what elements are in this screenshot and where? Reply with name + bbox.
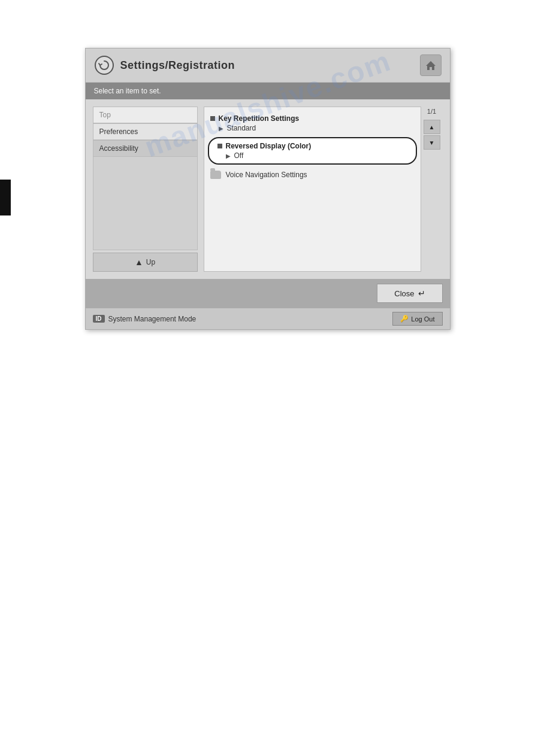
folder-icon (210, 171, 221, 179)
key-repetition-group: Key Repetition Settings ▶ Standard (204, 112, 421, 135)
page-tab (0, 180, 11, 215)
bullet-key-repetition (210, 116, 215, 121)
home-icon (425, 59, 437, 71)
up-arrow-icon: ▲ (135, 257, 143, 267)
right-panel-wrapper: Key Repetition Settings ▶ Standard (204, 107, 443, 272)
subtitle-bar: Select an item to set. (86, 83, 450, 99)
svg-marker-1 (426, 61, 436, 70)
main-content: Top Preferences Accessibility ▲ Up (86, 99, 450, 279)
scroll-down-button[interactable]: ▼ (424, 135, 440, 150)
left-panel: Top Preferences Accessibility ▲ Up (93, 107, 198, 272)
reversed-display-group[interactable]: Reversed Display (Color) ▶ Off (208, 137, 417, 165)
voice-navigation-group[interactable]: Voice Navigation Settings (204, 167, 421, 183)
voice-navigation-label: Voice Navigation Settings (226, 171, 307, 179)
logout-label: Log Out (411, 315, 434, 323)
arrow-key-repetition: ▶ (219, 125, 223, 132)
scroll-up-button[interactable]: ▲ (424, 120, 440, 134)
nav-spacer (93, 157, 198, 250)
id-badge: ID (93, 315, 105, 323)
subtitle-text: Select an item to set. (94, 87, 161, 95)
close-button[interactable]: Close ↵ (377, 284, 442, 303)
reversed-display-value: Off (234, 151, 244, 160)
key-repetition-value: Standard (227, 124, 256, 132)
settings-list: Key Repetition Settings ▶ Standard (204, 107, 421, 272)
key-repetition-title: Key Repetition Settings (219, 114, 300, 123)
header-title: Settings/Registration (120, 59, 235, 72)
nav-item-top[interactable]: Top (93, 107, 198, 123)
scroll-buttons: ▲ ▼ (424, 120, 440, 150)
footer: Close ↵ (86, 279, 450, 308)
logout-icon: 🔑 (400, 315, 409, 323)
page-indicator: 1/1 (427, 108, 436, 115)
logout-button[interactable]: 🔑 Log Out (392, 312, 442, 326)
settings-registration-icon (94, 55, 114, 75)
reversed-display-title: Reversed Display (Color) (226, 142, 312, 150)
status-bar: ID System Management Mode 🔑 Log Out (86, 308, 450, 329)
header: Settings/Registration (86, 48, 450, 83)
bullet-reversed-display (217, 144, 222, 148)
nav-item-accessibility[interactable]: Accessibility (93, 140, 198, 157)
header-action-button[interactable] (420, 54, 442, 76)
system-management-mode-label: System Management Mode (108, 315, 197, 323)
close-label: Close (394, 289, 414, 298)
up-button[interactable]: ▲ Up (93, 253, 198, 272)
svg-point-0 (95, 56, 113, 74)
arrow-reversed-display: ▶ (226, 153, 231, 159)
nav-item-preferences[interactable]: Preferences (93, 123, 198, 140)
right-panel: Key Repetition Settings ▶ Standard (204, 107, 421, 272)
close-icon: ↵ (418, 289, 425, 298)
